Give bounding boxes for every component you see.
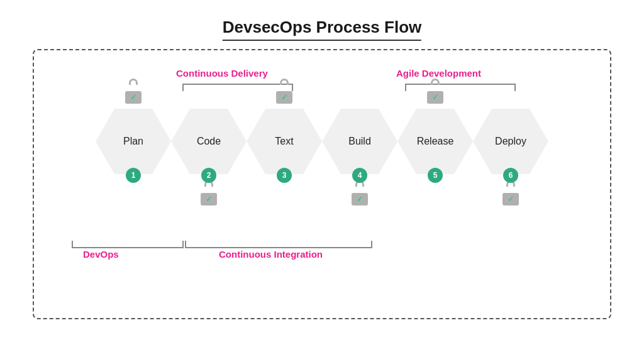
- hex-deploy: Deploy: [473, 109, 548, 174]
- devops-label: DevOps: [83, 249, 119, 260]
- hex-plan-number: 1: [126, 168, 141, 183]
- hex-release-label: Release: [417, 136, 454, 147]
- hex-build: Build: [322, 109, 397, 174]
- hex-text: Text: [247, 109, 322, 174]
- outer-border: [33, 49, 611, 319]
- lock-code-below: ✓: [199, 187, 219, 209]
- stage-deploy: Deploy 6 ✓: [473, 109, 548, 174]
- stage-code: Code 2 ✓: [171, 109, 247, 174]
- lock-release-above: ✓: [425, 85, 445, 107]
- hex-build-number: 4: [352, 168, 367, 183]
- lock-build-below: ✓: [350, 187, 370, 209]
- hex-text-number: 3: [277, 168, 292, 183]
- hex-text-label: Text: [275, 136, 293, 147]
- hex-code-number: 2: [201, 168, 216, 183]
- stage-build: Build 4 ✓: [322, 109, 397, 174]
- stage-plan: ✓ Plan 1: [96, 109, 171, 174]
- hex-release-number: 5: [428, 168, 443, 183]
- hex-row: ✓ Plan 1 Code 2 ✓: [96, 109, 548, 174]
- lock-plan-above: ✓: [123, 85, 143, 107]
- hex-code: Code: [171, 109, 247, 174]
- lock-text-above: ✓: [274, 85, 294, 107]
- agile-development-label: Agile Development: [396, 68, 481, 79]
- stage-text: ✓ Text 3: [247, 109, 322, 174]
- devops-bracket: [72, 241, 184, 248]
- hex-deploy-number: 6: [503, 168, 518, 183]
- ci-label: Continuous Integration: [219, 249, 323, 260]
- hex-plan-label: Plan: [123, 136, 143, 147]
- agile-bracket: [405, 84, 516, 91]
- hex-code-label: Code: [197, 136, 221, 147]
- hex-deploy-label: Deploy: [495, 136, 526, 147]
- lock-deploy-below: ✓: [501, 187, 521, 209]
- hex-release: Release: [397, 109, 473, 174]
- ci-bracket: [185, 241, 372, 248]
- hex-build-label: Build: [348, 136, 371, 147]
- main-title: DevsecOps Process Flow: [223, 18, 421, 41]
- hex-plan: Plan: [96, 109, 171, 174]
- stage-release: ✓ Release 5: [397, 109, 473, 174]
- continuous-delivery-label: Continuous Delivery: [176, 68, 268, 79]
- diagram-container: DevsecOps Process Flow Continuous Delive…: [20, 11, 624, 351]
